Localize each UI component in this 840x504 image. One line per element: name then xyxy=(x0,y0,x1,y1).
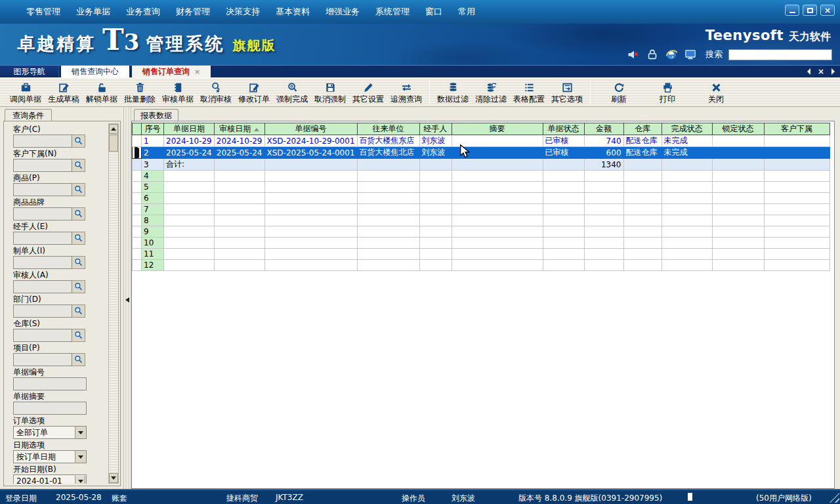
handler-input[interactable] xyxy=(13,232,72,245)
close-tab-button[interactable]: 关闭 xyxy=(699,81,733,104)
col-warehouse[interactable]: 仓库 xyxy=(623,123,662,135)
col-summary[interactable]: 摘要 xyxy=(452,123,543,135)
trace-query-button[interactable]: 追溯查询 xyxy=(387,81,425,104)
doc-number-input[interactable] xyxy=(13,377,87,390)
table-row-empty[interactable]: 7 xyxy=(133,204,830,215)
col-handler[interactable]: 经手人 xyxy=(419,123,452,135)
col-doc-no[interactable]: 单据编号 xyxy=(264,123,357,135)
table-row-selected[interactable]: 2 2025-05-24 2025-05-24 XSD-2025-05-24-0… xyxy=(133,147,830,159)
col-no[interactable]: 序号 xyxy=(142,123,164,135)
unlock-doc-button[interactable]: 解锁单据 xyxy=(83,81,121,104)
scroll-down-button[interactable] xyxy=(109,473,118,483)
scroll-tabs-right-icon[interactable] xyxy=(831,68,835,75)
print-button[interactable]: 打印 xyxy=(650,81,684,104)
tab-sales-query-center[interactable]: 销售查询中心 xyxy=(61,66,129,77)
doc-summary-input[interactable] xyxy=(13,402,87,415)
scroll-tabs-left-icon[interactable] xyxy=(807,68,810,75)
auditor-input[interactable] xyxy=(13,280,72,293)
monitor-icon[interactable] xyxy=(684,48,697,61)
query-conditions-tab[interactable]: 查询条件 xyxy=(5,109,52,121)
maximize-button[interactable] xyxy=(803,5,817,16)
col-complete[interactable]: 完成状态 xyxy=(662,123,712,135)
menu-business-docs[interactable]: 业务单据 xyxy=(76,6,110,18)
col-doc-date[interactable]: 单据日期 xyxy=(164,123,215,135)
minimize-button[interactable] xyxy=(785,5,799,16)
other-settings-button[interactable]: 其它设置 xyxy=(349,81,387,104)
department-lookup-button[interactable] xyxy=(72,304,85,318)
customer-input[interactable] xyxy=(13,135,72,148)
handler-lookup-button[interactable] xyxy=(72,232,85,245)
report-data-tab[interactable]: 报表数据 xyxy=(134,109,178,121)
collapse-sidebar-icon[interactable] xyxy=(125,297,129,303)
col-partner[interactable]: 往来单位 xyxy=(357,123,419,135)
table-row-empty[interactable]: 6 xyxy=(133,193,830,204)
col-audit-date[interactable]: 审核日期 xyxy=(214,123,264,135)
menu-business-query[interactable]: 业务查询 xyxy=(126,6,160,18)
table-row-empty[interactable]: 11 xyxy=(133,249,830,260)
project-input[interactable] xyxy=(13,353,72,366)
search-input[interactable] xyxy=(728,49,832,60)
table-row-empty[interactable]: 10 xyxy=(133,238,830,249)
customer-lookup-button[interactable] xyxy=(72,135,85,148)
data-filter-button[interactable]: 数据过滤 xyxy=(434,81,472,104)
security-lock-icon[interactable] xyxy=(646,48,659,61)
scroll-up-button[interactable] xyxy=(109,124,118,134)
col-status[interactable]: 单据状态 xyxy=(543,123,584,135)
scrollbar-thumb[interactable] xyxy=(109,135,118,152)
table-row-empty[interactable]: 9 xyxy=(133,226,830,238)
product-brand-input[interactable] xyxy=(13,207,72,220)
table-row-empty[interactable]: 8 xyxy=(133,215,830,226)
audit-doc-button[interactable]: 审核单据 xyxy=(159,81,197,104)
date-option-select[interactable]: 按订单日期 xyxy=(13,450,87,463)
force-complete-button[interactable]: 强制完成 xyxy=(273,81,311,104)
customer-sub-input[interactable] xyxy=(13,159,72,172)
project-lookup-button[interactable] xyxy=(72,353,85,366)
table-row-empty[interactable]: 5 xyxy=(133,182,830,193)
table-row[interactable]: 1 2024-10-29 2024-10-29 XSD-2024-10-29-0… xyxy=(133,135,830,147)
product-lookup-button[interactable] xyxy=(72,183,85,196)
cancel-audit-button[interactable]: 取消审核 xyxy=(197,81,235,104)
close-window-button[interactable]: × xyxy=(820,5,835,16)
warehouse-input[interactable] xyxy=(13,329,72,342)
menu-common[interactable]: 常用 xyxy=(458,6,475,18)
doc-maker-input[interactable] xyxy=(13,256,72,269)
menu-base-data[interactable]: 基本资料 xyxy=(276,6,310,18)
menu-decision[interactable]: 决策支持 xyxy=(226,6,260,18)
batch-delete-button[interactable]: 批量删除 xyxy=(121,81,159,104)
doc-maker-lookup-button[interactable] xyxy=(72,256,85,269)
speaker-muted-icon[interactable] xyxy=(627,48,640,61)
recall-doc-button[interactable]: 调阅单据 xyxy=(7,81,45,104)
tab-sales-order-query[interactable]: 销售订单查询 × xyxy=(132,66,211,77)
close-tab-icon[interactable]: × xyxy=(194,68,200,76)
department-input[interactable] xyxy=(13,304,72,318)
col-amount[interactable]: 金额 xyxy=(584,123,623,135)
dropdown-button[interactable] xyxy=(75,451,86,463)
menu-enhanced[interactable]: 增强业务 xyxy=(326,6,360,18)
close-all-tabs-icon[interactable]: × xyxy=(818,68,824,75)
col-customer-sub[interactable]: 客户下属 xyxy=(764,123,830,135)
start-date-select[interactable]: 2024-01-01 xyxy=(13,474,87,484)
dropdown-button[interactable] xyxy=(75,427,86,438)
col-lock[interactable]: 锁定状态 xyxy=(712,123,764,135)
modify-order-button[interactable]: 修改订单 xyxy=(235,81,273,104)
dropdown-button[interactable] xyxy=(75,475,86,484)
customer-sub-lookup-button[interactable] xyxy=(72,159,85,172)
menu-system[interactable]: 系统管理 xyxy=(375,6,410,18)
auditor-lookup-button[interactable] xyxy=(72,280,85,293)
ie-browser-icon[interactable] xyxy=(665,48,678,61)
resize-grip[interactable] xyxy=(830,493,839,503)
warehouse-lookup-button[interactable] xyxy=(72,329,85,342)
table-row-empty[interactable]: 12 xyxy=(133,260,830,271)
order-option-select[interactable]: 全部订单 xyxy=(13,426,87,439)
sidebar-scrollbar[interactable] xyxy=(108,123,119,484)
product-brand-lookup-button[interactable] xyxy=(72,207,85,220)
create-draft-button[interactable]: 生成草稿 xyxy=(45,81,83,104)
clear-filter-button[interactable]: 清除过滤 xyxy=(472,81,510,104)
sidebar-splitter[interactable] xyxy=(123,107,131,489)
table-row-empty[interactable]: 4 xyxy=(133,171,830,182)
menu-retail[interactable]: 零售管理 xyxy=(26,6,60,18)
product-input[interactable] xyxy=(13,183,72,196)
tab-graphic-nav[interactable]: 图形导航 xyxy=(0,66,59,77)
refresh-button[interactable]: 刷新 xyxy=(602,81,636,104)
menu-window[interactable]: 窗口 xyxy=(425,6,442,18)
